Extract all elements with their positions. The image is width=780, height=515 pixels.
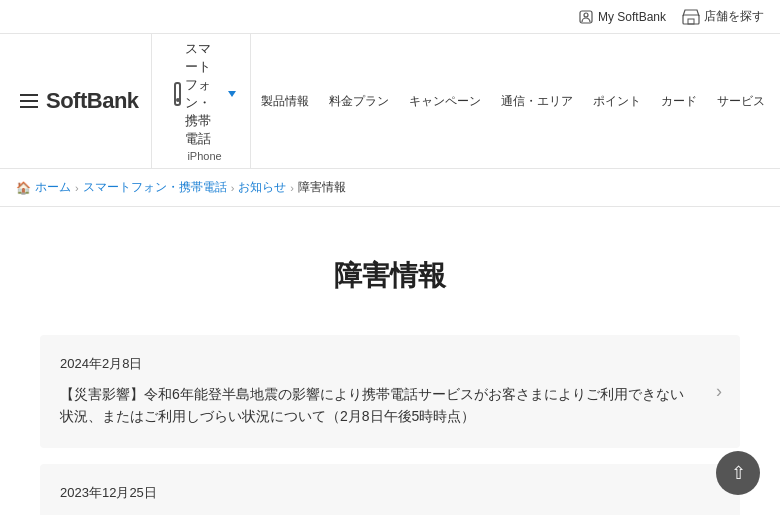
store-icon — [682, 9, 700, 25]
breadcrumb-home[interactable]: ホーム — [35, 179, 71, 196]
smartphone-nav-section[interactable]: スマートフォン・携帯電話 iPhone — [160, 34, 251, 168]
breadcrumb-sep-2: › — [231, 182, 235, 194]
breadcrumb: 🏠 ホーム › スマートフォン・携帯電話 › お知らせ › 障害情報 — [0, 169, 780, 207]
logo-area: SoftBank — [8, 34, 152, 168]
my-softbank-link[interactable]: My SoftBank — [578, 9, 666, 25]
my-softbank-label: My SoftBank — [598, 10, 666, 24]
nav-item-points[interactable]: ポイント — [583, 34, 651, 168]
nav-item-support[interactable]: サポート — [775, 34, 780, 168]
iphone-sublabel: iPhone — [187, 150, 221, 162]
find-store-label: 店舗を探す — [704, 8, 764, 25]
breadcrumb-news[interactable]: お知らせ — [238, 179, 286, 196]
breadcrumb-smartphone[interactable]: スマートフォン・携帯電話 — [83, 179, 227, 196]
person-icon — [578, 9, 594, 25]
news-date-1: 2024年2月8日 — [60, 355, 692, 373]
page-content: 障害情報 2024年2月8日 【災害影響】令和6年能登半島地震の影響により携帯電… — [0, 207, 780, 515]
breadcrumb-sep-3: › — [290, 182, 294, 194]
news-arrow-2: › — [716, 510, 722, 515]
nav-item-products[interactable]: 製品情報 — [251, 34, 319, 168]
menu-icon[interactable] — [20, 94, 38, 108]
utility-bar: My SoftBank 店舗を探す — [0, 0, 780, 34]
news-list: 2024年2月8日 【災害影響】令和6年能登半島地震の影響により携帯電話サービス… — [40, 335, 740, 515]
smartphone-nav-main: スマートフォン・携帯電話 — [174, 40, 236, 148]
home-icon: 🏠 — [16, 181, 31, 195]
find-store-link[interactable]: 店舗を探す — [682, 8, 764, 25]
breadcrumb-sep-1: › — [75, 182, 79, 194]
svg-point-1 — [584, 13, 588, 17]
scroll-to-top-button[interactable]: ⇧ — [716, 451, 760, 495]
phone-icon — [174, 82, 182, 106]
news-item-2[interactable]: 2023年12月25日 【復旧】大雪の影響により石川県の一部地域で携帯電話サービ… — [40, 464, 740, 515]
nav-item-card[interactable]: カード — [651, 34, 707, 168]
news-date-2: 2023年12月25日 — [60, 484, 692, 502]
svg-rect-3 — [688, 19, 694, 24]
page-title: 障害情報 — [40, 257, 740, 295]
logo-text: SoftBank — [46, 88, 139, 114]
page-title-area: 障害情報 — [40, 227, 740, 335]
dropdown-arrow-icon — [228, 91, 236, 97]
nav-item-coverage[interactable]: 通信・エリア — [491, 34, 583, 168]
smartphone-label: スマートフォン・携帯電話 — [185, 40, 223, 148]
nav-items: 製品情報 料金プラン キャンペーン 通信・エリア ポイント カード サービス サ… — [251, 34, 780, 168]
chevron-up-icon: ⇧ — [731, 462, 746, 484]
news-title-1: 【災害影響】令和6年能登半島地震の影響により携帯電話サービスがお客さまによりご利… — [60, 383, 692, 428]
news-arrow-1: › — [716, 381, 722, 402]
nav-item-campaigns[interactable]: キャンペーン — [399, 34, 491, 168]
breadcrumb-current: 障害情報 — [298, 179, 346, 196]
news-item-1[interactable]: 2024年2月8日 【災害影響】令和6年能登半島地震の影響により携帯電話サービス… — [40, 335, 740, 448]
main-nav: SoftBank スマートフォン・携帯電話 iPhone 製品情報 料金プラン … — [0, 34, 780, 169]
nav-item-service[interactable]: サービス — [707, 34, 775, 168]
nav-item-plans[interactable]: 料金プラン — [319, 34, 399, 168]
